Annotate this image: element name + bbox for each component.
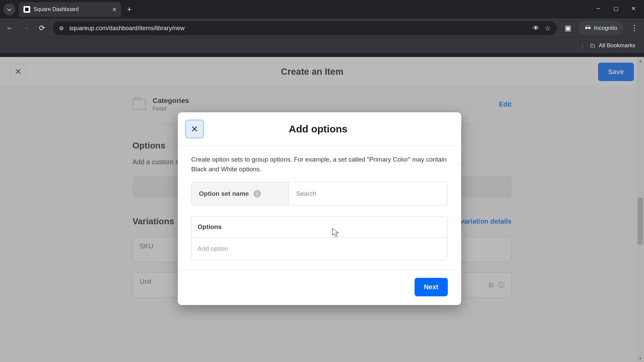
all-bookmarks-link[interactable]: All Bookmarks <box>599 42 635 49</box>
site-settings-icon[interactable]: ⚙ <box>59 25 64 32</box>
incognito-badge[interactable]: 🕶 Incognito <box>579 21 623 35</box>
modal-footer: Next <box>178 269 461 305</box>
url-text: squareup.com/dashboard/items/library/new <box>69 25 527 32</box>
option-set-name-input[interactable] <box>289 182 447 205</box>
close-icon[interactable]: ✕ <box>629 5 637 12</box>
window-controls: ─ ▢ ✕ <box>591 2 641 15</box>
option-set-name-label-cell: Option set name i <box>192 182 289 205</box>
incognito-label: Incognito <box>594 25 617 32</box>
browser-tab[interactable]: Square Dashboard × <box>19 2 121 17</box>
add-options-modal: ✕ Add options Create option sets to grou… <box>178 112 461 305</box>
eye-off-icon[interactable]: 👁 <box>533 24 539 32</box>
incognito-icon: 🕶 <box>585 25 591 32</box>
info-icon[interactable]: i <box>254 190 261 197</box>
options-box: Options <box>191 216 448 260</box>
tab-search-icon[interactable] <box>3 3 15 15</box>
divider: | <box>582 42 583 49</box>
url-box[interactable]: ⚙ squareup.com/dashboard/items/library/n… <box>53 21 557 35</box>
panel-icon[interactable]: ▣ <box>563 24 573 33</box>
kebab-menu-icon[interactable]: ⋮ <box>629 24 639 33</box>
favicon-icon <box>23 6 30 13</box>
tab-bar: Square Dashboard × + <box>0 0 644 18</box>
options-box-header: Options <box>192 217 447 238</box>
tab-close-icon[interactable]: × <box>112 6 116 13</box>
tab-title: Square Dashboard <box>34 6 109 12</box>
next-button[interactable]: Next <box>415 278 448 296</box>
modal-body: Create option sets to group options. For… <box>178 146 461 263</box>
add-option-input[interactable] <box>192 238 447 260</box>
modal-description: Create option sets to group options. For… <box>191 155 448 174</box>
maximize-icon[interactable]: ▢ <box>612 5 620 12</box>
browser-chrome: Square Dashboard × + ─ ▢ ✕ ← → ⟳ ⚙ squar… <box>0 0 644 57</box>
page-viewport: ✕ Create an Item Save Categories Food Ed… <box>0 57 644 362</box>
back-icon[interactable]: ← <box>5 24 15 33</box>
option-set-name-label: Option set name <box>199 190 249 197</box>
address-bar: ← → ⟳ ⚙ squareup.com/dashboard/items/lib… <box>0 18 644 38</box>
bookmark-star-icon[interactable]: ☆ <box>545 24 551 32</box>
reload-icon[interactable]: ⟳ <box>37 24 47 33</box>
minimize-icon[interactable]: ─ <box>594 5 602 12</box>
modal-header: ✕ Add options <box>178 112 461 146</box>
bookmarks-bar: | 🗀 All Bookmarks <box>0 38 644 53</box>
forward-icon[interactable]: → <box>21 24 31 33</box>
folder-icon: 🗀 <box>590 42 595 49</box>
modal-close-button[interactable]: ✕ <box>185 120 204 138</box>
modal-title: Add options <box>204 123 432 135</box>
option-set-name-row: Option set name i <box>191 182 448 205</box>
new-tab-button[interactable]: + <box>127 5 131 14</box>
